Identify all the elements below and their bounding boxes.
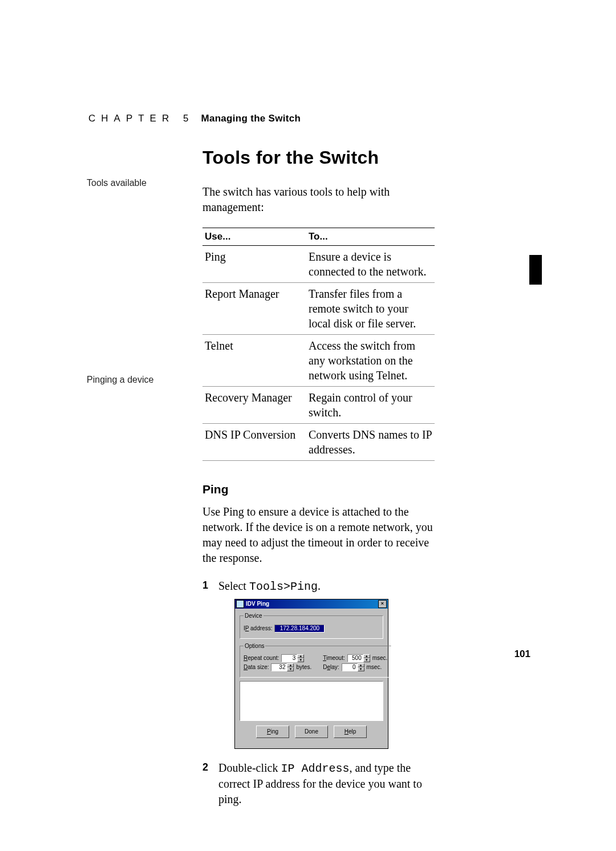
chapter-word: CHAPTER 5	[88, 113, 194, 124]
chevron-up-icon[interactable]: ▲	[287, 663, 294, 667]
group-device: Device IP address: 172.28.184.200	[240, 612, 383, 639]
dialog-titlebar[interactable]: IDV Ping ×	[235, 599, 388, 609]
table-row: PingEnsure a device is connected to the …	[202, 246, 435, 283]
done-button[interactable]: Done	[295, 726, 328, 738]
close-icon[interactable]: ×	[378, 600, 387, 608]
chevron-up-icon[interactable]: ▲	[297, 654, 304, 658]
data-size-stepper[interactable]: 32▲▼	[271, 663, 294, 671]
ip-address-field[interactable]: 172.28.184.200	[274, 625, 325, 633]
app-icon	[236, 600, 244, 608]
col-to: To...	[306, 228, 435, 246]
step-2: 2 Double-click IP Address, and type the …	[202, 760, 435, 807]
step-number: 2	[202, 760, 208, 774]
ping-dialog-screenshot: IDV Ping × Device IP address: 172.28.184…	[234, 599, 435, 749]
data-size-unit: bytes.	[296, 663, 311, 671]
ping-dialog: IDV Ping × Device IP address: 172.28.184…	[234, 599, 388, 749]
thumb-tab	[529, 255, 542, 285]
page-number: 101	[514, 649, 530, 660]
timeout-unit: msec.	[372, 654, 388, 662]
side-note-pinging: Pinging a device	[87, 375, 195, 385]
table-row: TelnetAccess the switch from any worksta…	[202, 335, 435, 387]
table-row: Recovery ManagerRegain control of your s…	[202, 387, 435, 424]
cell-use: Telnet	[202, 335, 306, 387]
table-row: DNS IP ConversionConverts DNS names to I…	[202, 424, 435, 461]
intro-paragraph: The switch has various tools to help wit…	[202, 184, 435, 215]
steps-list: 1 Select Tools>Ping. IDV Ping × Device	[202, 578, 435, 807]
delay-unit: msec.	[367, 663, 382, 671]
chevron-up-icon[interactable]: ▲	[363, 654, 370, 658]
col-use: Use...	[202, 228, 306, 246]
cell-to: Access the switch from any workstation o…	[306, 335, 435, 387]
ping-intro: Use Ping to ensure a device is attached …	[202, 504, 435, 566]
repeat-count-label: Repeat count:	[244, 654, 279, 662]
cell-to: Regain control of your switch.	[306, 387, 435, 424]
group-device-label: Device	[244, 612, 264, 620]
cell-to: Converts DNS names to IP addresses.	[306, 424, 435, 461]
output-area	[240, 681, 383, 721]
chevron-down-icon[interactable]: ▼	[358, 667, 364, 671]
group-options: Options Repeat count: 3▲▼ Data size	[240, 642, 391, 678]
timeout-label: Timeout:	[323, 654, 345, 662]
step-2-text: Double-click IP Address, and type the co…	[218, 761, 422, 805]
repeat-count-stepper[interactable]: 3▲▼	[281, 654, 304, 662]
side-note-tools: Tools available	[87, 178, 195, 188]
tools-table: Use... To... PingEnsure a device is conn…	[202, 228, 435, 461]
cell-to: Transfer files from a remote switch to y…	[306, 283, 435, 335]
chevron-down-icon[interactable]: ▼	[287, 667, 294, 671]
ip-address-label: IP address:	[244, 625, 272, 633]
delay-label: Delay:	[323, 663, 339, 671]
cell-use: DNS IP Conversion	[202, 424, 306, 461]
chevron-up-icon[interactable]: ▲	[358, 663, 364, 667]
group-options-label: Options	[244, 642, 265, 650]
step-1-text: Select Tools>Ping.	[218, 580, 321, 592]
cell-use: Report Manager	[202, 283, 306, 335]
section-ping-heading: Ping	[202, 483, 435, 496]
content: Tools for the Switch The switch has vari…	[202, 147, 435, 815]
ping-button[interactable]: Ping	[256, 726, 289, 738]
page: CHAPTER 5 Managing the Switch Tools avai…	[0, 0, 616, 851]
dialog-title: IDV Ping	[246, 600, 269, 608]
timeout-stepper[interactable]: 500▲▼	[347, 654, 370, 662]
chevron-down-icon[interactable]: ▼	[297, 658, 304, 662]
table-row: Report ManagerTransfer files from a remo…	[202, 283, 435, 335]
chevron-down-icon[interactable]: ▼	[363, 658, 370, 662]
running-header: CHAPTER 5 Managing the Switch	[88, 113, 530, 124]
cell-use: Recovery Manager	[202, 387, 306, 424]
help-button[interactable]: Help	[334, 726, 367, 738]
data-size-label: Data size:	[244, 663, 269, 671]
chapter-title: Managing the Switch	[201, 113, 301, 124]
cell-use: Ping	[202, 246, 306, 283]
step-1: 1 Select Tools>Ping. IDV Ping × Device	[202, 578, 435, 749]
delay-stepper[interactable]: 0▲▼	[342, 663, 364, 671]
cell-to: Ensure a device is connected to the net­…	[306, 246, 435, 283]
page-title: Tools for the Switch	[202, 147, 435, 168]
step-number: 1	[202, 578, 208, 592]
